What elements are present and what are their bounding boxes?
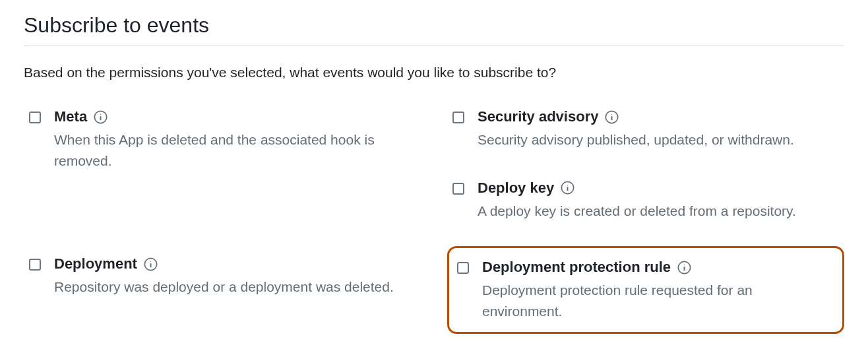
event-description: Security advisory published, updated, or… bbox=[478, 129, 839, 150]
events-column-right: Security advisory Security advisory publ… bbox=[447, 104, 844, 347]
event-header: Deployment protection rule bbox=[482, 259, 834, 276]
svg-point-4 bbox=[150, 261, 151, 261]
event-content: Deploy key A deploy key is created or de… bbox=[478, 179, 839, 222]
section-description: Based on the permissions you've selected… bbox=[24, 65, 844, 81]
event-header: Security advisory bbox=[478, 108, 839, 125]
event-header: Deploy key bbox=[478, 179, 839, 197]
checkbox-meta[interactable] bbox=[29, 112, 41, 123]
event-header: Deployment bbox=[54, 255, 416, 273]
event-content: Deployment Repository was deployed or a … bbox=[54, 255, 416, 298]
event-item-deployment-protection-rule: Deployment protection rule Deployment pr… bbox=[447, 246, 844, 334]
event-item-deployment: Deployment Repository was deployed or a … bbox=[24, 251, 421, 302]
info-icon[interactable] bbox=[94, 110, 108, 124]
svg-point-10 bbox=[567, 185, 568, 185]
event-content: Deployment protection rule Deployment pr… bbox=[482, 259, 834, 321]
event-description: Repository was deployed or a deployment … bbox=[54, 276, 416, 298]
checkbox-security-advisory[interactable] bbox=[452, 112, 464, 123]
event-item-deploy-key: Deploy key A deploy key is created or de… bbox=[447, 176, 844, 226]
checkbox-deployment-protection-rule[interactable] bbox=[457, 262, 469, 274]
checkbox-deployment[interactable] bbox=[29, 259, 41, 271]
event-item-security-advisory: Security advisory Security advisory publ… bbox=[447, 104, 844, 154]
info-icon[interactable] bbox=[677, 261, 691, 274]
svg-point-1 bbox=[100, 113, 101, 114]
events-grid: Meta When this App is deleted and the as… bbox=[24, 104, 844, 347]
svg-point-13 bbox=[684, 264, 685, 265]
events-column-left: Meta When this App is deleted and the as… bbox=[24, 104, 421, 347]
section-title: Subscribe to events bbox=[24, 13, 844, 38]
event-content: Security advisory Security advisory publ… bbox=[478, 108, 839, 150]
checkbox-deploy-key[interactable] bbox=[452, 183, 464, 195]
event-header: Meta bbox=[54, 108, 416, 125]
info-icon[interactable] bbox=[144, 257, 158, 271]
event-content: Meta When this App is deleted and the as… bbox=[54, 108, 416, 171]
event-title: Meta bbox=[54, 108, 87, 125]
event-title: Deploy key bbox=[478, 179, 554, 197]
event-item-meta: Meta When this App is deleted and the as… bbox=[24, 104, 421, 175]
event-description: A deploy key is created or deleted from … bbox=[478, 201, 839, 222]
event-title: Deployment bbox=[54, 255, 137, 273]
event-description: When this App is deleted and the associa… bbox=[54, 129, 416, 171]
info-icon[interactable] bbox=[605, 110, 619, 124]
event-description: Deployment protection rule requested for… bbox=[482, 280, 834, 321]
event-title: Security advisory bbox=[478, 108, 598, 125]
event-title: Deployment protection rule bbox=[482, 259, 671, 276]
svg-point-7 bbox=[611, 113, 612, 114]
section-divider bbox=[24, 46, 844, 46]
info-icon[interactable] bbox=[561, 181, 574, 195]
